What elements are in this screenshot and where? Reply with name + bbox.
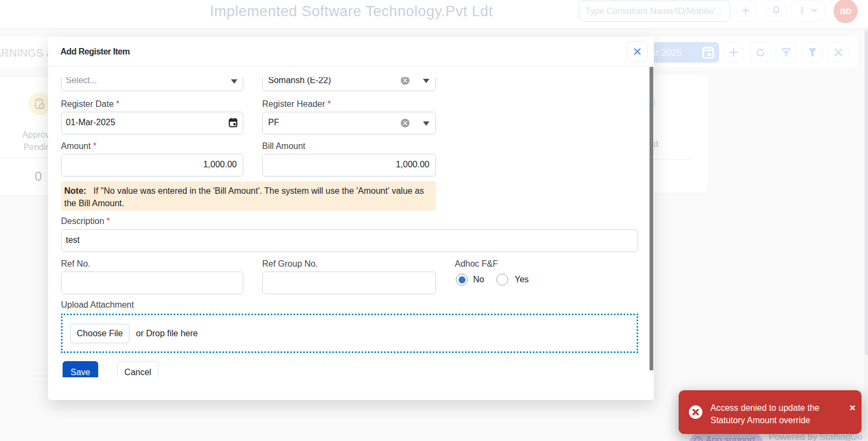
svg-text:?: ? xyxy=(697,438,700,441)
